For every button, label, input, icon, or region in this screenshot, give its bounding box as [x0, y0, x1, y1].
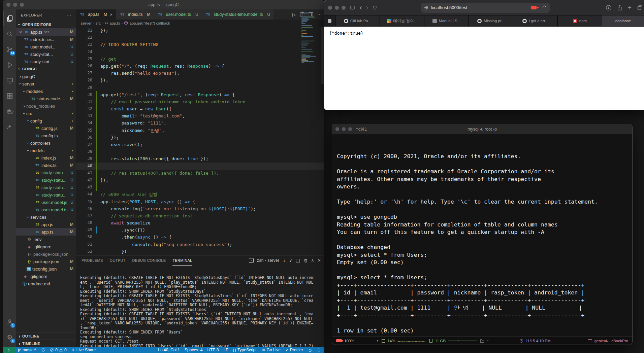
zoom-window-button[interactable] — [348, 127, 352, 131]
downloads-icon[interactable] — [606, 5, 612, 11]
window-controls[interactable] — [335, 127, 352, 131]
source-control-icon[interactable]: 14 — [3, 42, 16, 57]
terminal-dropdown-icon[interactable]: ∨ — [289, 258, 292, 263]
tree-item[interactable]: JSstudy-statu...U — [16, 169, 76, 176]
explorer-more-actions-icon[interactable]: ··· — [67, 13, 71, 17]
settings-gear-icon[interactable]: ⚙ 1 — [3, 329, 16, 345]
tab-overview-icon[interactable] — [637, 5, 643, 10]
tree-item[interactable]: ›modules● — [16, 87, 76, 95]
breadcrumb[interactable]: server›src›TSapp.ts›app.get("/test") cal… — [76, 20, 324, 27]
tree-item[interactable]: ›models● — [16, 147, 76, 154]
back-button[interactable]: ‹ — [359, 5, 362, 11]
terminal-output-area[interactable]: Executing (default): CREATE TABLE IF NOT… — [76, 266, 324, 347]
kill-terminal-icon[interactable] — [303, 258, 308, 263]
tree-item[interactable]: TSindex.tsM — [16, 162, 76, 169]
docker-icon[interactable] — [3, 104, 16, 119]
breadcrumb-item[interactable]: app.ts — [109, 21, 120, 25]
minimap[interactable] — [301, 11, 319, 63]
breadcrumb-item[interactable]: app.get("/test") callback — [129, 21, 170, 25]
accounts-icon[interactable]: 1 — [3, 314, 16, 329]
tree-item[interactable]: ›src● — [16, 110, 76, 117]
maximize-panel-icon[interactable]: ∧ — [311, 258, 314, 263]
code-editor[interactable]: 21});2223// TODO ROUTER SETTING2425// ge… — [76, 27, 324, 255]
tree-item[interactable]: TSstudy-statu...U — [16, 191, 76, 199]
forward-button[interactable]: › — [366, 5, 368, 11]
tree-item[interactable]: ›gongC — [16, 73, 76, 80]
feedback-icon[interactable]: ☺ — [305, 347, 315, 353]
tree-item[interactable]: ›services — [16, 213, 76, 221]
editor-tab[interactable]: TSapp.tsM✕ — [76, 9, 116, 20]
minimize-window-button[interactable] — [335, 6, 339, 10]
close-window-button[interactable] — [6, 3, 10, 7]
window-controls[interactable] — [6, 3, 24, 7]
live-share-item[interactable]: Live Share — [69, 347, 98, 353]
problems-item[interactable]: 0 0 — [47, 347, 69, 353]
vscode-titlebar[interactable]: app.ts — gongC — [3, 0, 324, 9]
tree-item[interactable]: JSindex.jsM — [16, 154, 76, 162]
minimize-window-button[interactable] — [13, 3, 17, 7]
tree-item[interactable]: ⚙.env — [16, 236, 76, 243]
close-editor-icon[interactable]: ✕ — [18, 30, 23, 34]
tree-item[interactable]: ◆.gitignore — [16, 243, 76, 250]
open-editor-item[interactable]: TSstudy-stat...U — [16, 50, 76, 58]
project-root-header[interactable]: › GONGC — [16, 65, 76, 73]
share-icon[interactable] — [617, 5, 622, 11]
tree-item[interactable]: ›node_modules — [16, 102, 76, 110]
tree-item[interactable]: JSstudy-statu...U — [16, 184, 76, 191]
tree-item[interactable]: ◆.gitignore — [16, 273, 76, 280]
sync-changes-item[interactable] — [39, 347, 47, 353]
window-controls[interactable] — [328, 6, 346, 10]
open-editor-item[interactable]: ✕TSapp.tsser...M — [16, 28, 76, 36]
reload-icon[interactable] — [542, 5, 547, 10]
tree-item[interactable]: ›server● — [16, 80, 76, 87]
breadcrumb-item[interactable]: server — [81, 21, 92, 25]
tree-item[interactable]: {}package.jsonM — [16, 258, 76, 265]
outline-header[interactable]: › OUTLINE — [16, 332, 76, 340]
editor-tab[interactable]: TSstudy-status-time.model.tsU — [202, 9, 274, 20]
extensions-icon[interactable] — [3, 88, 16, 104]
pinned-tab[interactable] — [324, 15, 335, 26]
cursor-position-item[interactable]: Ln 40, Col 1 — [156, 347, 182, 353]
tree-item[interactable]: JSuser.model.jsU — [16, 199, 76, 206]
browser-tab[interactable]: GitHub Pa... — [335, 15, 380, 26]
remote-explorer-icon[interactable] — [3, 73, 16, 88]
close-panel-icon[interactable]: ✕ — [318, 258, 321, 263]
browser-tab[interactable]: nnpm — [558, 15, 602, 26]
new-tab-button[interactable]: + — [628, 4, 632, 11]
prettier-item[interactable]: ✓ Prettier — [283, 347, 305, 353]
tree-item[interactable]: TSuser.model.tsU — [16, 206, 76, 213]
run-debug-icon[interactable] — [3, 57, 16, 73]
tree-item[interactable]: JSconfig.jsM — [16, 125, 76, 132]
privacy-shield-icon[interactable] — [373, 5, 377, 10]
sidebar-toggle-icon[interactable] — [350, 5, 355, 10]
open-editor-item[interactable]: TSuser.model...U — [16, 43, 76, 50]
tree-item[interactable]: TSapp.tsM — [16, 228, 76, 236]
remote-indicator[interactable] — [3, 347, 15, 353]
git-branch-item[interactable]: master* — [15, 347, 39, 353]
panel-tab-problems[interactable]: PROBLEMS — [82, 255, 103, 266]
encoding-item[interactable]: UTF-8 — [205, 347, 221, 353]
go-live-item[interactable]: Go Live — [259, 347, 283, 353]
editor-tab[interactable]: TSuser.model.tsU — [154, 9, 202, 20]
split-terminal-icon[interactable] — [296, 258, 300, 263]
indentation-item[interactable]: Spaces: 4 — [182, 347, 205, 353]
breadcrumb-item[interactable]: src — [96, 21, 101, 25]
browser-tab[interactable]: localhost:... — [602, 15, 644, 26]
live-share-icon[interactable] — [3, 119, 16, 135]
timeline-header[interactable]: › TIMELINE — [16, 340, 76, 347]
terminal-titlebar[interactable]: ⌥⌘1 mysql -u root -p — [332, 124, 632, 134]
close-window-button[interactable] — [328, 6, 332, 10]
editor-tab[interactable]: TSindex.tsM — [116, 9, 154, 20]
tree-item[interactable]: TStsconfig.jsonM — [16, 265, 76, 273]
tree-item[interactable]: TSconfig.ts — [16, 132, 76, 139]
panel-tab-output[interactable]: OUTPUT — [110, 255, 126, 266]
terminal-instance-label[interactable]: zsh - server — [257, 258, 279, 263]
search-icon[interactable] — [3, 26, 16, 42]
editor-scrollbar[interactable] — [321, 27, 324, 84]
browser-tab[interactable]: 테이블 정의... — [380, 15, 424, 26]
new-terminal-icon[interactable]: + — [283, 258, 286, 263]
address-bar[interactable]: localhost:5000/test — [421, 3, 550, 13]
tree-item[interactable]: JSapp.jsM — [16, 221, 76, 228]
notifications-bell-icon[interactable] — [315, 347, 324, 353]
zoom-window-button[interactable] — [342, 6, 346, 10]
